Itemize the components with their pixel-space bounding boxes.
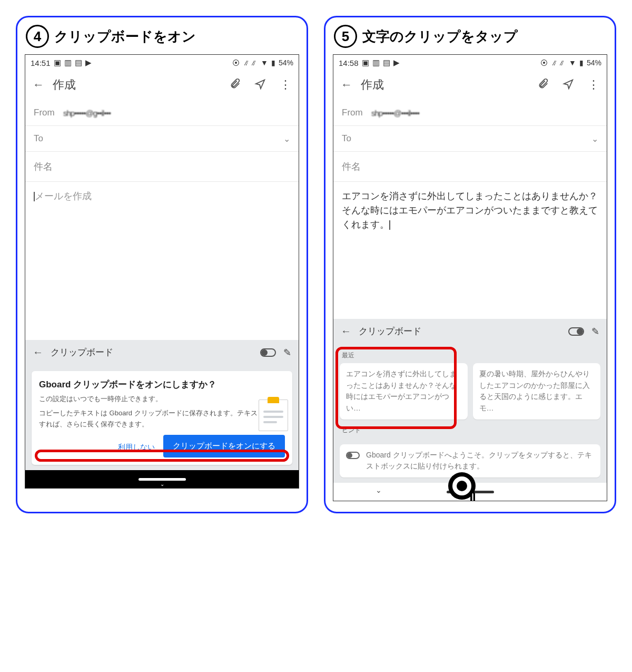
hint-card[interactable]: Gboard クリップボードへようこそ。クリップをタップすると、テキストボックス… xyxy=(340,444,600,478)
to-row[interactable]: To ⌄ xyxy=(25,126,299,152)
nav-up-icon: ⌄ xyxy=(376,486,382,494)
card-description: コピーしたテキストは Gboard クリップボードに保存されます。テキストを固定… xyxy=(39,408,285,430)
card2-icon: ▤ xyxy=(383,58,390,67)
status-bar: 14:51 ▣ ▥ ▤ ▶ ⦿ ⫽⫽ ▼ ▮ 54% xyxy=(25,55,299,70)
clipboard-toggle-on-icon[interactable] xyxy=(568,327,584,336)
compose-toolbar: ← 作成 ⋮ xyxy=(25,70,299,100)
dismiss-link[interactable]: 利用しない xyxy=(115,437,158,457)
subject-field[interactable]: 件名 xyxy=(333,152,607,182)
from-label: From xyxy=(34,108,63,118)
nav-up-icon: ⌄ xyxy=(160,481,164,487)
card-icon: ▥ xyxy=(372,58,380,67)
battery-pct: 54% xyxy=(587,59,601,67)
body-field[interactable]: メールを作成 xyxy=(25,182,299,340)
step-title: 文字のクリップをタップ xyxy=(362,27,518,46)
chevron-down-icon[interactable]: ⌄ xyxy=(283,134,290,144)
body-text: エアコンを消さずに外出してしまったことはありませんか？そんな時にはエモパーがエア… xyxy=(342,191,598,230)
card-subtitle: この設定はいつでも一時停止できます。 xyxy=(39,394,285,404)
compose-title: 作成 xyxy=(361,77,524,93)
hint-label: ヒント xyxy=(340,425,600,438)
recent-label: 最近 xyxy=(340,350,600,363)
gboard-panel: 最近 エアコンを消さずに外出してしまったことはありませんか？そんな時にはエモパー… xyxy=(333,344,607,483)
back-icon[interactable]: ← xyxy=(33,78,44,92)
edit-icon[interactable]: ✎ xyxy=(591,326,599,337)
gboard-toolbar: ← クリップボード ✎ xyxy=(333,319,607,344)
from-value: shp•••••@g••il••• xyxy=(63,109,290,118)
compose-title: 作成 xyxy=(53,77,215,93)
wifi-icon: ▼ xyxy=(569,59,576,67)
clipboard-clip-1[interactable]: エアコンを消さずに外出してしまったことはありませんか？そんな時にはエモパーがエア… xyxy=(340,363,468,420)
send-icon[interactable] xyxy=(562,78,574,92)
cast-icon: ⦿ xyxy=(232,59,240,67)
edit-icon[interactable]: ✎ xyxy=(283,347,291,358)
phone-screenshot: 14:51 ▣ ▥ ▤ ▶ ⦿ ⫽⫽ ▼ ▮ 54% ← 作成 xyxy=(25,54,299,489)
battery-icon: ▮ xyxy=(271,59,275,67)
chevron-down-icon[interactable]: ⌄ xyxy=(591,134,598,144)
body-placeholder: メールを作成 xyxy=(35,191,92,201)
to-row[interactable]: To ⌄ xyxy=(333,126,607,152)
gboard-back-icon[interactable]: ← xyxy=(341,325,351,337)
image-icon: ▣ xyxy=(54,58,61,67)
home-pill[interactable] xyxy=(447,491,494,493)
battery-icon: ▮ xyxy=(579,59,584,67)
body-field[interactable]: エアコンを消さずに外出してしまったことはありませんか？そんな時にはエモパーがエア… xyxy=(333,182,607,319)
clipboard-enable-card: Gboard クリップボードをオンにしますか？ この設定はいつでも一時停止できま… xyxy=(32,371,292,465)
wifi-icon: ▼ xyxy=(261,59,268,67)
status-time: 14:51 xyxy=(31,59,51,67)
enable-clipboard-button[interactable]: クリップボードをオンにする xyxy=(163,435,285,457)
vibrate-icon: ⫽⫽ xyxy=(551,59,566,67)
back-icon[interactable]: ← xyxy=(341,78,352,92)
subject-field[interactable]: 件名 xyxy=(25,152,299,182)
step-title: クリップボードをオン xyxy=(54,27,196,46)
home-pill[interactable] xyxy=(139,478,186,481)
attach-icon[interactable] xyxy=(229,78,241,92)
gboard-title: クリップボード xyxy=(359,325,561,337)
play-icon: ▶ xyxy=(85,58,92,67)
clipboard-toggle-off-icon[interactable] xyxy=(260,348,276,357)
gboard-panel: Gboard クリップボードをオンにしますか？ この設定はいつでも一時停止できま… xyxy=(25,365,299,470)
from-row[interactable]: From shp•••••@g••il••• xyxy=(25,100,299,126)
from-label: From xyxy=(342,108,371,118)
step-panel-5: 5 文字のクリップをタップ 14:58 ▣ ▥ ▤ ▶ ⦿ ⫽⫽ ▼ ▮ 54% xyxy=(324,16,616,513)
from-value: shp•••••@•••il•••• xyxy=(371,109,598,118)
card-icon: ▥ xyxy=(64,58,72,67)
card2-icon: ▤ xyxy=(75,58,82,67)
hint-text: Gboard クリップボードへようこそ。クリップをタップすると、テキストボックス… xyxy=(366,450,594,472)
play-icon: ▶ xyxy=(393,58,400,67)
step-number-badge: 5 xyxy=(334,25,357,48)
clipboard-clip-2[interactable]: 夏の暑い時期、屋外からひんやりしたエアコンのかかった部屋に入ると天国のように感じ… xyxy=(473,363,601,420)
gboard-toolbar: ← クリップボード ✎ xyxy=(25,340,299,365)
from-row[interactable]: From shp•••••@•••il•••• xyxy=(333,100,607,126)
compose-toolbar: ← 作成 ⋮ xyxy=(333,70,607,100)
gboard-back-icon[interactable]: ← xyxy=(33,346,43,358)
vibrate-icon: ⫽⫽ xyxy=(243,59,258,67)
gboard-title: クリップボード xyxy=(51,346,253,358)
phone-screenshot: 14:58 ▣ ▥ ▤ ▶ ⦿ ⫽⫽ ▼ ▮ 54% ← 作成 xyxy=(333,54,607,501)
battery-pct: 54% xyxy=(279,59,293,67)
status-bar: 14:58 ▣ ▥ ▤ ▶ ⦿ ⫽⫽ ▼ ▮ 54% xyxy=(333,55,607,70)
send-icon[interactable] xyxy=(254,78,266,92)
android-navbar: ⌄ xyxy=(25,470,299,488)
clipboard-illustration-icon xyxy=(259,395,288,431)
image-icon: ▣ xyxy=(362,58,369,67)
step-panel-4: 4 クリップボードをオン 14:51 ▣ ▥ ▤ ▶ ⦿ ⫽⫽ ▼ ▮ 54% xyxy=(16,16,308,513)
cast-icon: ⦿ xyxy=(540,59,548,67)
status-time: 14:58 xyxy=(339,59,359,67)
android-navbar: ⌄ xyxy=(333,483,607,501)
more-icon[interactable]: ⋮ xyxy=(280,78,291,92)
step-number-badge: 4 xyxy=(26,25,49,48)
subject-placeholder: 件名 xyxy=(342,161,361,172)
to-label: To xyxy=(34,133,63,144)
attach-icon[interactable] xyxy=(537,78,549,92)
card-title: Gboard クリップボードをオンにしますか？ xyxy=(39,378,285,391)
more-icon[interactable]: ⋮ xyxy=(588,78,599,92)
toggle-icon xyxy=(346,452,360,459)
subject-placeholder: 件名 xyxy=(34,161,53,172)
to-label: To xyxy=(342,133,371,144)
